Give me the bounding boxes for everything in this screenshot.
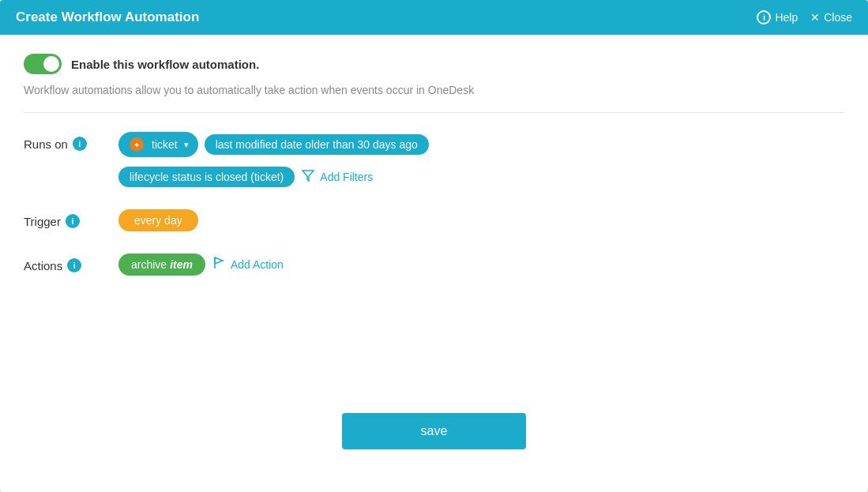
filter-icon	[301, 168, 315, 186]
save-section: save	[24, 397, 844, 473]
enable-toggle[interactable]	[24, 54, 62, 74]
help-icon: i	[757, 10, 771, 24]
actions-info-icon[interactable]: i	[67, 258, 81, 272]
filter2-text: lifecycle status is closed (ticket)	[130, 171, 284, 183]
action-noun: item	[170, 258, 193, 271]
divider	[24, 112, 844, 113]
ticket-label: ticket	[152, 138, 178, 151]
trigger-pill[interactable]: every day	[118, 209, 198, 231]
trigger-row: Trigger i every day	[24, 209, 844, 231]
svg-marker-4	[215, 257, 223, 264]
trigger-label: Trigger i	[24, 209, 118, 228]
ticket-icon: ✦	[128, 136, 145, 153]
close-icon: ✕	[810, 11, 820, 24]
enable-row: Enable this workflow automation.	[24, 54, 844, 74]
modal-title: Create Workflow Automation	[16, 9, 199, 25]
trigger-info-icon[interactable]: i	[66, 214, 80, 228]
modal-header: Create Workflow Automation i Help ✕ Clos…	[0, 0, 868, 35]
description-text: Workflow automations allow you to automa…	[24, 84, 844, 96]
action-verb: archive	[131, 258, 167, 271]
runs-on-row: Runs on i ✦ ticket ▾	[24, 132, 844, 187]
trigger-content: every day	[118, 209, 844, 231]
actions-row: Actions i archive item	[24, 254, 844, 276]
ticket-dropdown[interactable]: ✦ ticket ▾	[118, 132, 198, 157]
filter-row2: lifecycle status is closed (ticket) Add …	[118, 167, 844, 187]
chevron-down-icon: ▾	[184, 140, 189, 150]
filter2-pill[interactable]: lifecycle status is closed (ticket)	[118, 167, 295, 187]
add-action-button[interactable]: Add Action	[212, 256, 284, 273]
runs-on-info-icon[interactable]: i	[73, 137, 87, 151]
enable-label: Enable this workflow automation.	[71, 58, 259, 71]
trigger-value: every day	[134, 214, 182, 227]
flag-icon	[212, 256, 226, 273]
add-filter-button[interactable]: Add Filters	[301, 168, 373, 186]
action-pill[interactable]: archive item	[118, 254, 205, 276]
filter1-pill[interactable]: last modified date older than 30 days ag…	[205, 134, 429, 155]
svg-marker-2	[302, 171, 314, 181]
runs-on-content: ✦ ticket ▾ last modified date older than…	[118, 132, 844, 187]
save-button[interactable]: save	[342, 413, 527, 449]
modal-create-workflow: Create Workflow Automation i Help ✕ Clos…	[0, 0, 868, 492]
help-label: Help	[775, 11, 798, 24]
add-action-label: Add Action	[231, 258, 284, 271]
actions-content: archive item Add Action	[118, 254, 844, 276]
close-button[interactable]: ✕ Close	[810, 11, 852, 24]
help-button[interactable]: i Help	[757, 10, 798, 24]
modal-body: Enable this workflow automation. Workflo…	[0, 35, 868, 492]
close-label: Close	[824, 11, 852, 24]
svg-text:✦: ✦	[133, 141, 140, 149]
add-filter-label: Add Filters	[320, 171, 373, 183]
actions-label: Actions i	[24, 254, 118, 272]
header-actions: i Help ✕ Close	[757, 10, 852, 24]
filter1-text: last modified date older than 30 days ag…	[216, 138, 418, 151]
runs-on-label: Runs on i	[24, 132, 118, 151]
